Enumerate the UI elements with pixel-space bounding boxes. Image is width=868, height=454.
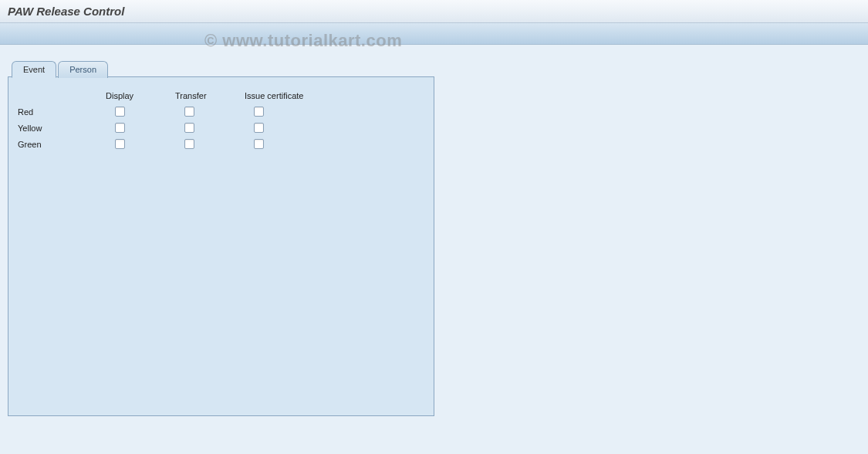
row-label-yellow: Yellow <box>16 124 101 133</box>
checkbox-red-transfer[interactable] <box>184 107 194 117</box>
tab-panel-event: Display Transfer Issue certificate Red Y… <box>8 76 434 416</box>
cell-yellow-issue <box>240 123 340 133</box>
main-area: © www.tutorialkart.com Event Person Disp… <box>0 45 868 454</box>
cell-red-issue <box>240 107 340 117</box>
row-label-green: Green <box>16 140 101 149</box>
col-display: Display <box>101 91 171 100</box>
tabstrip: Event Person <box>12 60 860 77</box>
checkbox-yellow-display[interactable] <box>115 123 125 133</box>
checkbox-green-transfer[interactable] <box>184 139 194 149</box>
tab-person[interactable]: Person <box>58 61 108 78</box>
cell-green-issue <box>240 139 340 149</box>
checkbox-red-issue[interactable] <box>254 107 264 117</box>
title-bar: PAW Release Control <box>0 0 868 23</box>
row-label-red: Red <box>16 107 101 117</box>
checkbox-yellow-transfer[interactable] <box>184 123 194 133</box>
tab-event[interactable]: Event <box>12 61 56 78</box>
application-toolbar <box>0 23 868 45</box>
col-issue: Issue certificate <box>240 91 340 100</box>
checkbox-yellow-issue[interactable] <box>254 123 264 133</box>
checkbox-red-display[interactable] <box>115 107 125 117</box>
page-title: PAW Release Control <box>8 5 124 18</box>
release-grid: Display Transfer Issue certificate Red Y… <box>16 91 426 149</box>
checkbox-green-display[interactable] <box>115 139 125 149</box>
cell-green-transfer <box>171 139 240 149</box>
cell-green-display <box>101 139 171 149</box>
cell-yellow-transfer <box>171 123 240 133</box>
checkbox-green-issue[interactable] <box>254 139 264 149</box>
cell-red-display <box>101 107 171 117</box>
col-transfer: Transfer <box>171 91 240 100</box>
cell-yellow-display <box>101 123 171 133</box>
cell-red-transfer <box>171 107 240 117</box>
